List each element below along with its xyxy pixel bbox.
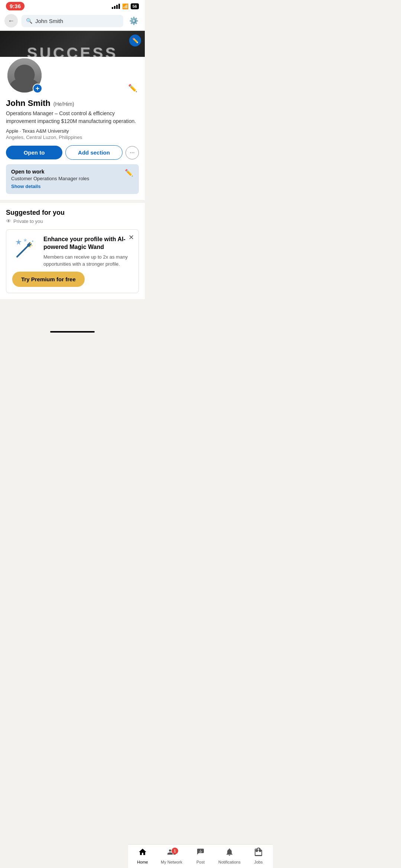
avatar-add-button[interactable]: + xyxy=(33,84,42,93)
section-divider xyxy=(0,200,145,203)
open-to-work-card: Open to work Customer Operations Manager… xyxy=(6,164,139,194)
profile-name: John Smith xyxy=(6,98,50,108)
cover-edit-button[interactable]: ✏️ xyxy=(129,35,141,46)
gear-icon: ⚙️ xyxy=(129,16,138,25)
open-work-role: Customer Operations Manager roles xyxy=(11,176,89,181)
avatar-row: + ✏️ xyxy=(0,57,145,94)
search-bar[interactable]: 🔍 xyxy=(22,15,123,27)
status-bar: 9:36 📶 56 xyxy=(0,0,145,11)
profile-edit-button[interactable]: ✏️ xyxy=(127,82,139,94)
profile-company: Apple · Texas A&M University xyxy=(6,128,139,134)
try-premium-button[interactable]: Try Premium for free xyxy=(12,272,85,287)
magic-card-top: Enhance your profile with AI-powered Mag… xyxy=(12,236,133,268)
magic-wand-card: ✕ xyxy=(6,229,139,293)
magic-card-description: Members can receive up to 2x as many opp… xyxy=(43,253,133,268)
eye-icon: 👁 xyxy=(6,218,11,224)
settings-button[interactable]: ⚙️ xyxy=(127,14,140,27)
close-button[interactable]: ✕ xyxy=(128,234,134,241)
private-row: 👁 Private to you xyxy=(6,218,139,224)
magic-text-block: Enhance your profile with AI-powered Mag… xyxy=(43,236,133,268)
suggested-title: Suggested for you xyxy=(6,209,139,217)
profile-section: + ✏️ John Smith (He/Him) Operations Mana… xyxy=(0,57,145,200)
open-work-content: Open to work Customer Operations Manager… xyxy=(11,169,89,190)
back-icon: ← xyxy=(8,17,14,25)
svg-point-5 xyxy=(30,243,31,244)
magic-wand-icon xyxy=(12,236,38,262)
top-nav: ← 🔍 ⚙️ xyxy=(0,11,145,31)
status-time: 9:36 xyxy=(6,3,25,10)
signal-icon xyxy=(112,4,120,9)
open-work-title: Open to work xyxy=(11,169,89,175)
search-icon: 🔍 xyxy=(26,18,32,24)
add-section-button[interactable]: Add section xyxy=(65,145,123,160)
battery-icon: 56 xyxy=(131,3,139,9)
pronouns: (He/Him) xyxy=(53,101,74,107)
avatar-container: + xyxy=(6,57,43,94)
svg-point-6 xyxy=(32,241,33,242)
show-details-link[interactable]: Show details xyxy=(11,184,40,189)
svg-marker-2 xyxy=(23,238,27,242)
more-options-button[interactable]: ··· xyxy=(125,146,139,159)
profile-info: John Smith (He/Him) Operations Manager –… xyxy=(0,97,145,140)
wifi-icon: 📶 xyxy=(122,3,128,9)
search-input[interactable] xyxy=(35,18,119,24)
profile-location: Angeles, Central Luzon, Philippines xyxy=(6,135,139,140)
back-button[interactable]: ← xyxy=(4,14,18,27)
magic-card-title: Enhance your profile with AI-powered Mag… xyxy=(43,236,133,251)
pencil-icon: ✏️ xyxy=(132,38,138,43)
home-indicator xyxy=(50,331,95,333)
ellipsis-icon: ··· xyxy=(130,149,134,156)
open-to-button[interactable]: Open to xyxy=(6,146,62,159)
open-work-edit-button[interactable]: ✏️ xyxy=(124,168,134,178)
private-label: Private to you xyxy=(13,218,43,224)
status-icons: 📶 56 xyxy=(112,3,139,9)
name-row: John Smith (He/Him) xyxy=(6,98,139,108)
svg-line-3 xyxy=(17,245,29,257)
suggested-section: Suggested for you 👁 Private to you ✕ xyxy=(0,203,145,299)
pencil-icon: ✏️ xyxy=(125,169,133,176)
svg-point-7 xyxy=(32,245,33,246)
action-row: Open to Add section ··· xyxy=(0,145,145,160)
profile-headline: Operations Manager – Cost control & effi… xyxy=(6,110,139,125)
edit-icon: ✏️ xyxy=(128,84,137,92)
svg-marker-0 xyxy=(16,239,22,245)
